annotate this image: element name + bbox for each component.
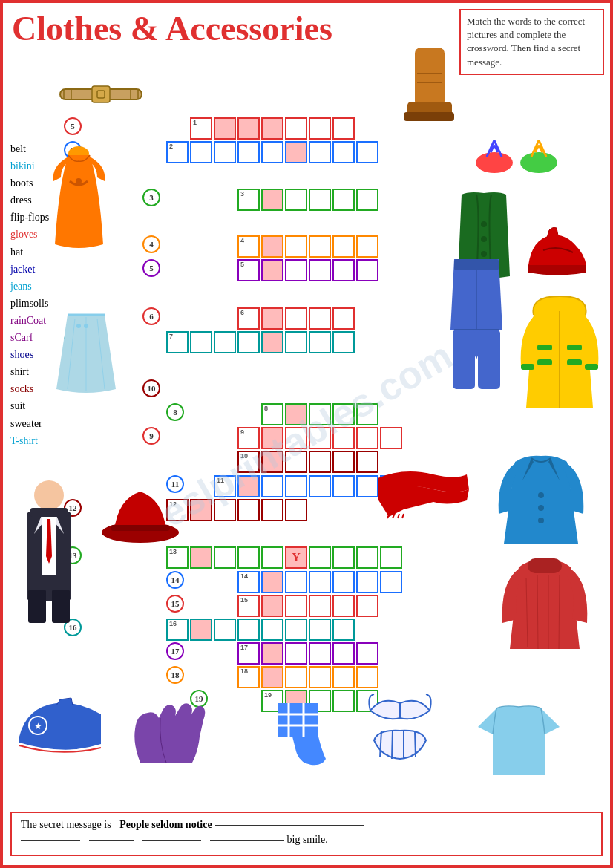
cell-15-3[interactable] [285,595,307,617]
secret-blank-2[interactable] [21,840,80,841]
cell-2-7[interactable] [309,141,331,163]
cell-12-4[interactable] [237,499,260,521]
cell-y[interactable]: Y [285,546,307,569]
cell-5-5[interactable] [332,259,355,281]
cell-14-4[interactable] [309,571,331,593]
cell-9-2[interactable] [261,427,283,449]
cell-12-3[interactable] [214,499,236,521]
cell-9-5[interactable] [332,427,355,449]
cell-1-2[interactable] [214,117,236,140]
cell-7-2[interactable] [190,331,212,353]
cell-13-6[interactable] [309,546,331,569]
cell-5-3[interactable] [285,259,307,281]
cell-3-1[interactable]: 3 [237,189,260,211]
cell-15-4[interactable] [309,595,331,617]
cell-2-5[interactable] [261,141,283,163]
cell-15-6[interactable] [356,595,378,617]
cell-6-3[interactable] [285,307,307,330]
cell-6-2[interactable] [261,307,283,330]
cell-9-7[interactable] [380,427,402,449]
cell-2-9[interactable] [356,141,378,163]
secret-blank-3[interactable] [89,840,134,841]
cell-13-3[interactable] [214,546,236,569]
cell-18-2[interactable] [261,666,283,688]
cell-13-8[interactable] [356,546,378,569]
cell-6-1[interactable]: 6 [237,307,260,330]
cell-16-2[interactable] [190,619,212,641]
cell-13-5[interactable] [261,546,283,569]
cell-11-5[interactable] [309,475,331,497]
cell-10-4[interactable] [309,451,331,473]
cell-10-2[interactable] [261,451,283,473]
cell-2-3[interactable] [214,141,236,163]
cell-6-5[interactable] [332,307,355,330]
cell-10-5[interactable] [332,451,355,473]
cell-6-4[interactable] [309,307,331,330]
cell-8-3[interactable] [309,403,331,425]
cell-1-5[interactable] [285,117,307,140]
cell-15-2[interactable] [261,595,283,617]
cell-8-5[interactable] [356,403,378,425]
cell-16-7[interactable] [309,619,331,641]
cell-14-3[interactable] [285,571,307,593]
cell-14-7[interactable] [380,571,402,593]
cell-18-1[interactable]: 18 [237,666,260,688]
cell-16-1[interactable]: 16 [166,619,189,641]
cell-3-2[interactable] [261,189,283,211]
cell-13-4[interactable] [237,546,260,569]
cell-7-7[interactable] [309,331,331,353]
cell-12-5[interactable] [261,499,283,521]
cell-11-6[interactable] [332,475,355,497]
cell-12-6[interactable] [285,499,307,521]
cell-3-3[interactable] [285,189,307,211]
cell-1-4[interactable] [261,117,283,140]
cell-17-3[interactable] [285,642,307,665]
cell-2-6[interactable] [285,141,307,163]
cell-8-4[interactable] [332,403,355,425]
cell-8-2[interactable] [285,403,307,425]
cell-17-4[interactable] [309,642,331,665]
cell-19-4[interactable] [332,690,355,712]
cell-1-7[interactable] [332,117,355,140]
cell-10-1[interactable]: 10 [237,451,260,473]
cell-14-1[interactable]: 14 [237,571,260,593]
cell-17-1[interactable]: 17 [237,642,260,665]
cell-7-1[interactable]: 7 [166,331,189,353]
cell-11-4[interactable] [285,475,307,497]
cell-5-4[interactable] [309,259,331,281]
cell-16-6[interactable] [285,619,307,641]
cell-14-5[interactable] [332,571,355,593]
cell-5-2[interactable] [261,259,283,281]
cell-16-8[interactable] [332,619,355,641]
cell-9-6[interactable] [356,427,378,449]
cell-7-3[interactable] [214,331,236,353]
cell-5-6[interactable] [356,259,378,281]
cell-4-1[interactable]: 4 [237,235,260,258]
cell-13-7[interactable] [332,546,355,569]
cell-14-6[interactable] [356,571,378,593]
cell-16-5[interactable] [261,619,283,641]
cell-1-6[interactable] [309,117,331,140]
cell-2-4[interactable] [237,141,260,163]
cell-11-2[interactable] [237,475,260,497]
cell-17-2[interactable] [261,642,283,665]
cell-17-6[interactable] [356,642,378,665]
cell-2-8[interactable] [332,141,355,163]
cell-14-2[interactable] [261,571,283,593]
cell-18-6[interactable] [356,666,378,688]
cell-3-5[interactable] [332,189,355,211]
cell-15-5[interactable] [332,595,355,617]
cell-16-3[interactable] [214,619,236,641]
secret-blank-5[interactable] [210,840,284,841]
cell-4-6[interactable] [356,235,378,258]
cell-4-5[interactable] [332,235,355,258]
cell-13-1[interactable]: 13 [166,546,189,569]
cell-18-5[interactable] [332,666,355,688]
cell-8-1[interactable]: 8 [261,403,283,425]
cell-7-5[interactable] [261,331,283,353]
cell-2-2[interactable] [190,141,212,163]
cell-9-4[interactable] [309,427,331,449]
cell-13-2[interactable] [190,546,212,569]
cell-16-4[interactable] [237,619,260,641]
cell-4-4[interactable] [309,235,331,258]
